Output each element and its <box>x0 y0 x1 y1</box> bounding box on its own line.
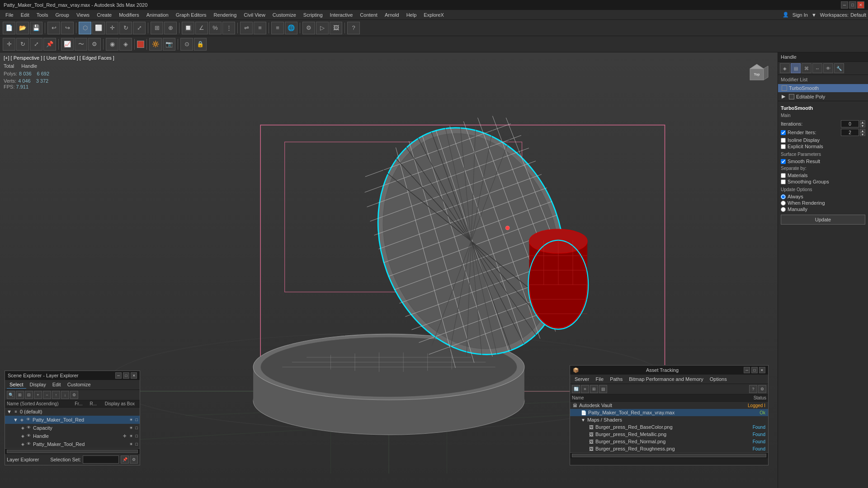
layer-expand[interactable]: ▼ <box>7 409 12 414</box>
menu-modifiers[interactable]: Modifiers <box>115 10 143 20</box>
menu-explorex[interactable]: ExploreX <box>420 10 448 20</box>
se-add-layer-btn[interactable]: + <box>34 391 42 399</box>
explicit-normals-checkbox[interactable] <box>781 144 786 149</box>
se-content[interactable]: ▼ ≡ 0 (default) ▼ ◈ 👁 Patty_Maker_Tool_R… <box>5 408 140 448</box>
mirror-btn[interactable]: ⇌ <box>240 22 253 34</box>
angle-snap-btn[interactable]: ∠ <box>195 22 208 34</box>
menu-create[interactable]: Create <box>93 10 115 20</box>
at-menu-paths[interactable]: Paths <box>607 375 625 383</box>
handle-eye[interactable]: 👁 <box>27 433 32 439</box>
manually-radio[interactable] <box>781 207 786 212</box>
iterations-down[interactable]: ▼ <box>860 124 865 127</box>
at-menu-options[interactable]: Options <box>707 375 730 383</box>
at-minimize[interactable]: ─ <box>744 367 750 373</box>
graph-btn[interactable]: 📈 <box>61 38 74 51</box>
viewport-quality-btn[interactable]: 📷 <box>163 38 175 51</box>
menu-file[interactable]: File <box>2 10 17 20</box>
at-row-maps[interactable]: ▼ Maps / Shaders <box>570 416 768 423</box>
menu-animation[interactable]: Animation <box>143 10 172 20</box>
smoothing-groups-checkbox[interactable] <box>781 179 786 184</box>
se-row-layer[interactable]: ▼ ≡ 0 (default) <box>5 408 140 416</box>
sub-move-btn[interactable]: ✛ <box>3 38 15 51</box>
patty-expand[interactable]: ▼ <box>13 417 18 422</box>
at-row-basecolor[interactable]: 🖼 Burger_press_Red_BaseColor.png Found <box>570 423 768 431</box>
render-iters-up[interactable]: ▲ <box>860 129 865 132</box>
percent-snap-btn[interactable]: % <box>209 22 222 34</box>
select-region-btn[interactable]: ⬜ <box>92 22 105 34</box>
iterations-up[interactable]: ▲ <box>860 120 865 124</box>
curve-btn[interactable]: 〜 <box>75 38 87 51</box>
se-restore[interactable]: □ <box>123 372 129 379</box>
se-filter-btn[interactable]: 🔍 <box>7 391 15 399</box>
new-btn[interactable]: 📄 <box>3 22 15 34</box>
at-refresh-btn[interactable]: 🔄 <box>572 385 580 393</box>
menu-views[interactable]: Views <box>73 10 93 20</box>
se-minimize[interactable]: ─ <box>115 372 122 379</box>
menu-arnold[interactable]: Arnold <box>381 10 403 20</box>
spinner-snap-btn[interactable]: ⋮ <box>222 22 235 34</box>
menu-tools[interactable]: Tools <box>33 10 52 20</box>
snap-btn[interactable]: 🔲 <box>182 22 194 34</box>
menu-group[interactable]: Group <box>52 10 73 20</box>
restore-button[interactable]: □ <box>849 1 856 9</box>
at-menu-server[interactable]: Server <box>572 375 592 383</box>
se-move-up-btn[interactable]: ↑ <box>52 391 60 399</box>
display-tab[interactable]: 👁 <box>823 63 833 73</box>
move-btn[interactable]: ✛ <box>106 22 118 34</box>
close-button[interactable]: ✕ <box>857 1 864 9</box>
at-scroll-track[interactable] <box>572 454 766 457</box>
material-get-btn[interactable]: ◈ <box>119 38 132 51</box>
render-setup-btn[interactable]: ⚙ <box>302 22 315 34</box>
layer-btn[interactable]: ≡ <box>271 22 284 34</box>
sign-in-label[interactable]: Sign In <box>793 12 808 18</box>
se-row-patty-mesh[interactable]: ◈ 👁 Patty_Maker_Tool_Red ☀ □ <box>5 440 140 448</box>
patty-eye[interactable]: 👁 <box>26 417 32 422</box>
redo-btn[interactable]: ↪ <box>61 22 74 34</box>
se-scrollbar[interactable] <box>5 448 140 454</box>
menu-interactive[interactable]: Interactive <box>326 10 357 20</box>
sub-scale-btn[interactable]: ⤢ <box>30 38 42 51</box>
smooth-result-checkbox[interactable] <box>781 159 786 164</box>
at-detail-btn[interactable]: ⊞ <box>590 385 598 393</box>
se-scroll-track[interactable] <box>7 450 138 453</box>
se-menu-display[interactable]: Display <box>27 381 49 389</box>
menu-edit[interactable]: Edit <box>17 10 33 20</box>
capacity-eye[interactable]: 👁 <box>27 425 32 431</box>
modifier-editable-poly[interactable]: ▶ Editable Poly <box>778 92 868 101</box>
se-close[interactable]: ✕ <box>131 372 137 379</box>
selection-lock-btn[interactable]: 🔒 <box>194 38 207 51</box>
at-row-normal[interactable]: 🖼 Burger_press_Red_Normal.png Found <box>570 438 768 445</box>
at-list-btn[interactable]: ≡ <box>581 385 589 393</box>
menu-help[interactable]: Help <box>403 10 420 20</box>
at-settings-btn[interactable]: ⚙ <box>758 385 766 393</box>
update-button[interactable]: Update <box>781 215 865 225</box>
nav-cube[interactable]: Top <box>743 60 770 87</box>
render-frame-btn[interactable]: 🖼 <box>330 22 342 34</box>
obj-color-btn[interactable] <box>137 41 144 48</box>
minimize-button[interactable]: ─ <box>841 1 848 9</box>
create-tab[interactable]: ◈ <box>780 63 790 73</box>
se-row-capacity[interactable]: ◈ 👁 Capacity ☀ □ <box>5 424 140 432</box>
render-btn[interactable]: ▷ <box>316 22 329 34</box>
material-editor-btn[interactable]: ◉ <box>106 38 118 51</box>
sub-rotate-btn[interactable]: ↻ <box>16 38 29 51</box>
param-btn[interactable]: ⚙ <box>88 38 101 51</box>
se-pin-btn[interactable]: 📌 <box>121 455 129 464</box>
at-table-btn[interactable]: ▤ <box>599 385 607 393</box>
at-content[interactable]: 🏛 Autodesk Vault Logged I 📄 Patty_Maker_… <box>570 402 768 452</box>
se-delete-layer-btn[interactable]: − <box>43 391 51 399</box>
at-menu-bitmap[interactable]: Bitmap Performance and Memory <box>626 375 706 383</box>
render-iters-input[interactable] <box>841 129 859 136</box>
se-row-handle[interactable]: ◈ 👁 Handle ✛ ☀ □ <box>5 432 140 440</box>
workspaces-value[interactable]: Default <box>850 12 866 18</box>
isoline-checkbox[interactable] <box>781 138 786 143</box>
at-row-roughness[interactable]: 🖼 Burger_press_Red_Roughness.png Found <box>570 445 768 452</box>
rotate-btn[interactable]: ↻ <box>119 22 132 34</box>
select-btn[interactable]: ⬡ <box>79 22 91 34</box>
menu-graph-editors[interactable]: Graph Editors <box>172 10 210 20</box>
scale-btn[interactable]: ⤢ <box>133 22 146 34</box>
se-settings-btn[interactable]: ⚙ <box>70 391 78 399</box>
pivot-btn[interactable]: ⊕ <box>164 22 177 34</box>
menu-content[interactable]: Content <box>356 10 381 20</box>
sub-place-btn[interactable]: 📌 <box>43 38 56 51</box>
